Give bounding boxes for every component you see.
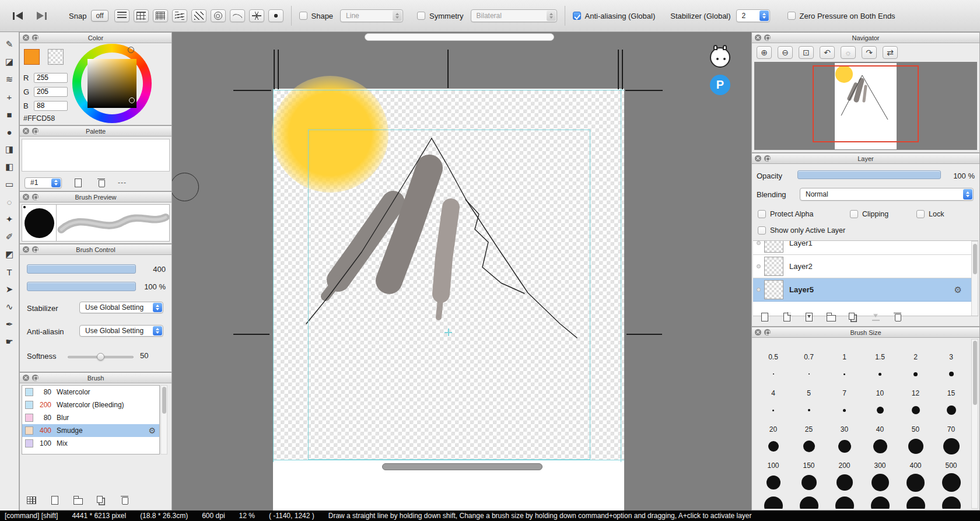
- protect-alpha-checkbox[interactable]: [758, 210, 766, 218]
- snap-off-button[interactable]: off: [91, 10, 108, 22]
- brush-size-option[interactable]: [755, 471, 791, 494]
- brush-size-option[interactable]: [755, 435, 791, 458]
- hue-selector-dot[interactable]: [128, 47, 134, 53]
- brush-size-option[interactable]: [898, 471, 933, 494]
- symmetry-checkbox[interactable]: [417, 12, 425, 20]
- brush-size-option[interactable]: [791, 471, 827, 494]
- brush-size-option[interactable]: [791, 494, 827, 509]
- symmetry-type-select[interactable]: Bilateral: [471, 9, 557, 22]
- brush-size-option[interactable]: [862, 398, 898, 422]
- close-panel-icon[interactable]: [755, 34, 761, 41]
- layer-opacity-slider[interactable]: [797, 170, 941, 179]
- diagonal-snap-button[interactable]: [191, 9, 206, 22]
- move-tool[interactable]: +: [0, 88, 19, 106]
- curve-tool[interactable]: ∿: [0, 298, 19, 316]
- brush-settings-gear-icon[interactable]: ⚙: [148, 426, 156, 435]
- brush-size-slider[interactable]: [27, 264, 136, 274]
- shape-type-select[interactable]: Line: [340, 9, 403, 22]
- antialiasing-checkbox[interactable]: [573, 12, 581, 20]
- layer-folder-button[interactable]: [824, 310, 838, 323]
- brush-size-option[interactable]: [827, 471, 862, 494]
- antialias-select[interactable]: Use Global Setting: [79, 325, 163, 337]
- layer-visibility-dot[interactable]: [757, 241, 761, 245]
- add-palette-color-button[interactable]: [71, 176, 85, 189]
- select-pen-tool[interactable]: ✐: [0, 228, 19, 246]
- palette-slot-select[interactable]: #1: [24, 177, 62, 188]
- close-panel-icon[interactable]: [23, 194, 29, 200]
- text-tool[interactable]: T: [0, 263, 19, 281]
- collapse-panel-icon[interactable]: [764, 329, 771, 335]
- undo-button[interactable]: [13, 12, 23, 20]
- brush-size-option[interactable]: [791, 362, 827, 386]
- lock-checkbox[interactable]: [916, 210, 925, 218]
- brush-size-option[interactable]: [827, 398, 862, 422]
- merge-down-button[interactable]: [869, 310, 883, 323]
- brush-size-option[interactable]: [898, 398, 933, 422]
- close-panel-icon[interactable]: [23, 128, 29, 134]
- collapse-panel-icon[interactable]: [32, 194, 38, 200]
- brush-opacity-slider[interactable]: [27, 282, 136, 291]
- close-panel-icon[interactable]: [755, 329, 761, 335]
- brush-size-option[interactable]: [862, 362, 898, 386]
- curve-snap-button[interactable]: [230, 9, 245, 22]
- zoom-out-icon[interactable]: ⊖: [778, 46, 793, 59]
- brush-size-option[interactable]: [755, 494, 791, 509]
- brush-list-item[interactable]: 400Smudge⚙: [22, 424, 159, 437]
- save-brush-button[interactable]: [24, 494, 38, 506]
- operation-tool[interactable]: ➤: [0, 281, 19, 298]
- brush-list-item[interactable]: 80Watercolor: [22, 386, 159, 398]
- layer-row[interactable]: Layer1: [753, 240, 971, 255]
- fill-rect-tool[interactable]: ■: [0, 106, 19, 123]
- scrollbar-thumb[interactable]: [162, 387, 166, 414]
- brush-size-option[interactable]: [862, 435, 898, 458]
- brush-size-option[interactable]: [933, 494, 969, 509]
- rotate-reset-icon[interactable]: ☼: [841, 46, 856, 59]
- layer-row[interactable]: Layer5⚙: [753, 278, 971, 302]
- collapse-panel-icon[interactable]: [32, 375, 38, 381]
- vanishing-point-snap-button[interactable]: [172, 9, 187, 22]
- gradient-tool[interactable]: ◧: [0, 158, 19, 176]
- foreground-color-swatch[interactable]: [24, 49, 40, 65]
- p-badge-icon[interactable]: P: [710, 75, 730, 95]
- concentric-circle-snap-button[interactable]: [211, 9, 226, 22]
- firealpaca-mascot-icon[interactable]: [710, 47, 730, 68]
- brush-size-option[interactable]: [755, 398, 791, 422]
- lasso-tool[interactable]: ◌: [0, 193, 19, 211]
- select-eraser-tool[interactable]: ◩: [0, 246, 19, 263]
- magic-wand-tool[interactable]: ✦: [0, 211, 19, 228]
- navigator-viewport-rect[interactable]: [813, 65, 919, 142]
- hand-tool[interactable]: ☛: [0, 333, 19, 351]
- layer-settings-gear-icon[interactable]: ⚙: [954, 285, 962, 295]
- collapse-panel-icon[interactable]: [32, 246, 38, 253]
- brush-list-scrollbar[interactable]: [160, 385, 167, 454]
- duplicate-layer-button[interactable]: [846, 310, 860, 323]
- show-only-active-checkbox[interactable]: [758, 226, 766, 235]
- brush-size-option[interactable]: [898, 362, 933, 386]
- add-brush-button[interactable]: [48, 494, 62, 506]
- redo-button[interactable]: [37, 12, 47, 20]
- fine-grid-snap-button[interactable]: [153, 9, 168, 22]
- layer-visibility-dot[interactable]: [757, 264, 761, 268]
- dot-snap-button[interactable]: [268, 9, 284, 22]
- brush-size-option[interactable]: [898, 494, 933, 509]
- eraser-tool[interactable]: ◪: [0, 53, 19, 71]
- palette-swatch-area[interactable]: [22, 139, 170, 172]
- brush-size-option[interactable]: [933, 398, 969, 422]
- brush-size-option[interactable]: [827, 494, 862, 509]
- brush-size-option[interactable]: [791, 435, 827, 458]
- zoom-fit-icon[interactable]: ⊡: [799, 46, 814, 59]
- blue-value-input[interactable]: [34, 101, 68, 111]
- brush-tool[interactable]: ✎: [0, 36, 19, 53]
- background-color-swatch[interactable]: [48, 49, 64, 65]
- brush-folder-button[interactable]: [71, 494, 85, 506]
- canvas-area[interactable]: P: [172, 32, 751, 510]
- rotate-cw-icon[interactable]: ↷: [862, 46, 877, 59]
- layer-visibility-dot[interactable]: [757, 288, 761, 292]
- stabilizer-global-select[interactable]: 2: [736, 9, 770, 22]
- smudge-tool[interactable]: ≋: [0, 71, 19, 88]
- brush-size-option[interactable]: [755, 362, 791, 386]
- close-panel-icon[interactable]: [23, 246, 29, 253]
- select-rect-tool[interactable]: ▭: [0, 176, 19, 193]
- scrollbar-thumb[interactable]: [973, 244, 977, 274]
- add-layer-button[interactable]: [758, 310, 772, 323]
